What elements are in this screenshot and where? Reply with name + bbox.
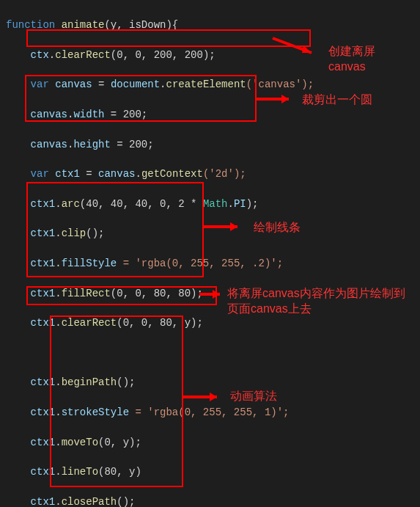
code-line [6, 346, 414, 360]
code-line: ctx1.closePath(); [6, 495, 414, 507]
code-line: ctx1.clip(); [6, 226, 414, 241]
code-line: ctx1.strokeStyle = 'rgba(0, 255, 255, 1)… [6, 405, 414, 420]
code-editor[interactable]: function animate(y, isDown){ ctx.clearRe… [0, 0, 420, 507]
code-line: ctx1.fillStyle = 'rgba(0, 255, 255, .2)'… [6, 256, 414, 271]
code-line: canvas.width = 200; [6, 107, 414, 122]
code-line: canvas.height = 200; [6, 137, 414, 152]
code-line: ctx.clearRect(0, 0, 200, 200); [6, 48, 414, 62]
code-line: ctx1.beginPath(); [6, 375, 414, 390]
code-line: var ctx1 = canvas.getContext('2d'); [6, 167, 414, 181]
code-line: ctx1.lineTo(80, y) [6, 464, 414, 479]
code-line: ctx1.fillRect(0, 0, 80, 80); [6, 286, 414, 301]
code-line: ctx1.clearRect(0, 0, 80, y); [6, 315, 414, 330]
code-line: var canvas = document.createElement('can… [6, 77, 414, 92]
code-line: ctx1.moveTo(0, y); [6, 435, 414, 450]
code-line: ctx1.arc(40, 40, 40, 0, 2 * Math.PI); [6, 197, 414, 211]
code-line: function animate(y, isDown){ [6, 18, 414, 32]
